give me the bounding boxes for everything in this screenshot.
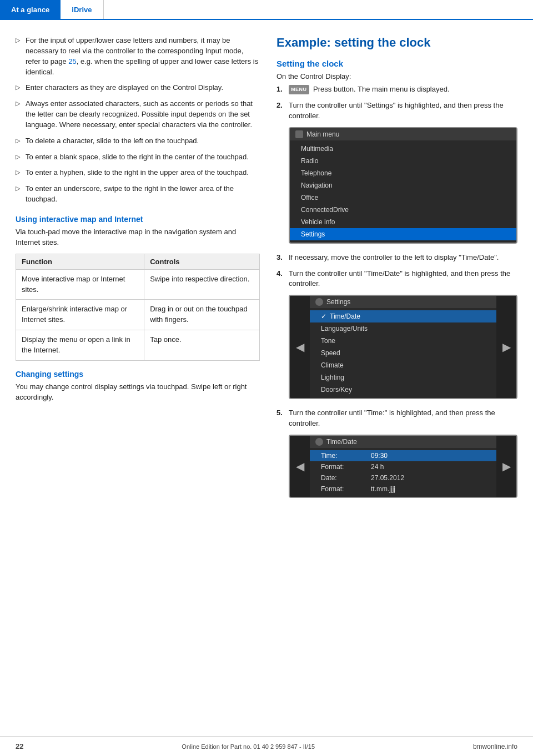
example-heading: Example: setting the clock [276,36,517,50]
left-column: ▷ For the input of upper/lower case lett… [16,36,260,507]
timedate-rows: Time: 09:30 Format: 24 h Date: 27.05.201… [310,448,496,497]
timedate-label-format1: Format: [321,463,371,471]
col-controls-header: Controls [144,254,260,269]
timedate-value-format1: 24 h [371,463,485,471]
page-footer: 22 Online Edition for Part no. 01 40 2 9… [0,736,533,756]
changing-settings-heading: Changing settings [16,370,260,379]
step-2: 2. Turn the controller until "Settings" … [276,100,517,122]
function-table: Function Controls Move interactive map o… [16,254,260,361]
timedate-row-time: Time: 09:30 [310,450,496,461]
bullet-item-6: ▷ To enter a hyphen, slide to the right … [16,168,260,178]
bullet-arrow-icon-7: ▷ [16,184,26,205]
table-row-3: Display the menu or open a link in the I… [16,330,260,361]
step-num-3: 3. [276,253,289,263]
table-cell-func-1: Move interactive map or Internet sites. [16,269,144,300]
right-arrow-icon: ▶ [496,296,516,398]
timedate-right-arrow-icon: ▶ [496,436,516,497]
bullet-text-1: For the input of upper/lower case letter… [26,36,260,77]
settings-titlebar: Settings [310,296,496,308]
page-number: 22 [16,742,23,750]
timedate-value-time: 09:30 [371,452,485,460]
step-num-2: 2. [276,100,289,111]
right-column: Example: setting the clock Setting the c… [276,36,517,507]
menu-item-office: Office [290,191,516,204]
bullet-text-5: To enter a blank space, slide to the rig… [26,152,260,163]
main-menu-items: Multimedia Radio Telephone Navigation Of… [290,140,516,243]
settings-menu-items: ✓Time/Date Language/Units Tone Speed Cli… [310,308,496,398]
settings-item-timedate: ✓Time/Date [310,310,496,322]
table-cell-func-2: Enlarge/shrink interactive map or Intern… [16,300,144,330]
step-4: 4. Turn the controller until "Time/Date"… [276,269,517,290]
changing-settings-para: You may change control display settings … [16,382,260,403]
bullet-item-3: ▷ Always enter associated characters, su… [16,99,260,130]
step-num-4: 4. [276,269,289,279]
bullet-text-2: Enter characters as they are displayed o… [26,83,260,93]
menu-item-settings: Settings [290,228,516,240]
tab-idrive[interactable]: iDrive [61,0,103,19]
setting-clock-subheading: Setting the clock [276,59,517,68]
bullet-arrow-icon-4: ▷ [16,137,26,147]
settings-item-tone: Tone [310,335,496,347]
step-num-1: 1. [276,84,289,95]
timedate-label-time: Time: [321,452,371,460]
settings-screen: ◀ Settings ✓Time/Date Language/Units Ton… [289,295,517,399]
menu-item-vehicle-info: Vehicle info [290,216,516,228]
table-cell-ctrl-2: Drag in or out on the touchpad with fing… [144,300,260,330]
timedate-titlebar: Time/Date [310,436,496,448]
settings-item-language: Language/Units [310,322,496,335]
checkmark-icon: ✓ [321,313,326,320]
main-menu-title: Main menu [306,130,339,138]
step-content-2: Turn the controller until "Settings" is … [289,100,517,122]
bullet-text-3: Always enter associated characters, such… [26,99,260,130]
menu-item-radio: Radio [290,155,516,167]
step-num-5: 5. [276,408,289,419]
menu-item-multimedia: Multimedia [290,143,516,155]
menu-button-icon: MENU [289,85,309,94]
footer-edition-text: Online Edition for Part no. 01 40 2 959 … [182,743,315,750]
bullet-arrow-icon-6: ▷ [16,168,26,178]
step-content-3: If necessary, move the controller to the… [289,253,517,263]
bullet-arrow-icon-3: ▷ [16,99,26,130]
settings-item-speed: Speed [310,347,496,359]
main-menu-screen: Main menu Multimedia Radio Telephone Nav… [289,127,517,244]
step-5: 5. Turn the controller until "Time:" is … [276,408,517,429]
footer-website: bmwonline.info [473,743,517,750]
settings-item-doors: Doors/Key [310,384,496,396]
menu-item-connecteddrive: ConnectedDrive [290,204,516,216]
bullet-arrow-icon-2: ▷ [16,83,26,93]
tab-at-glance[interactable]: At a glance [0,0,61,19]
screen-titlebar-main: Main menu [290,128,516,140]
bullet-arrow-icon-5: ▷ [16,153,26,163]
table-row-1: Move interactive map or Internet sites. … [16,269,260,300]
timedate-value-format2: tt.mm.jjjj [371,485,485,493]
table-cell-ctrl-3: Tap once. [144,330,260,361]
settings-screen-icon [315,298,323,306]
settings-item-lighting: Lighting [310,371,496,384]
page-link-25[interactable]: 25 [68,57,76,65]
table-row-2: Enlarge/shrink interactive map or Intern… [16,300,260,330]
timedate-label-date: Date: [321,474,371,482]
col-function-header: Function [16,254,144,269]
bullet-item-4: ▷ To delete a character, slide to the le… [16,136,260,147]
bullet-item-7: ▷ To enter an underscore, swipe to the r… [16,184,260,205]
interactive-map-para: Via touch-pad move the interactive map i… [16,227,260,248]
table-cell-ctrl-1: Swipe into respective direction. [144,269,260,300]
timedate-label-format2: Format: [321,485,371,493]
step-content-1: MENU Press button. The main menu is disp… [289,84,517,95]
menu-item-navigation: Navigation [290,179,516,191]
bullet-text-4: To delete a character, slide to the left… [26,136,260,147]
bullet-item-2: ▷ Enter characters as they are displayed… [16,83,260,93]
interactive-map-heading: Using interactive map and Internet [16,215,260,224]
step-1: 1. MENU Press button. The main menu is d… [276,84,517,95]
timedate-screen-icon [315,438,323,446]
intro-text: On the Control Display: [276,72,517,82]
settings-item-climate: Climate [310,359,496,371]
table-cell-func-3: Display the menu or open a link in the I… [16,330,144,361]
bullet-item-1: ▷ For the input of upper/lower case lett… [16,36,260,77]
page-header: At a glance iDrive [0,0,533,20]
bullet-text-6: To enter a hyphen, slide to the right in… [26,168,260,178]
bullet-arrow-icon: ▷ [16,36,26,77]
timedate-value-date: 27.05.2012 [371,474,485,482]
menu-item-telephone: Telephone [290,167,516,179]
bullet-text-7: To enter an underscore, swipe to the rig… [26,184,260,205]
